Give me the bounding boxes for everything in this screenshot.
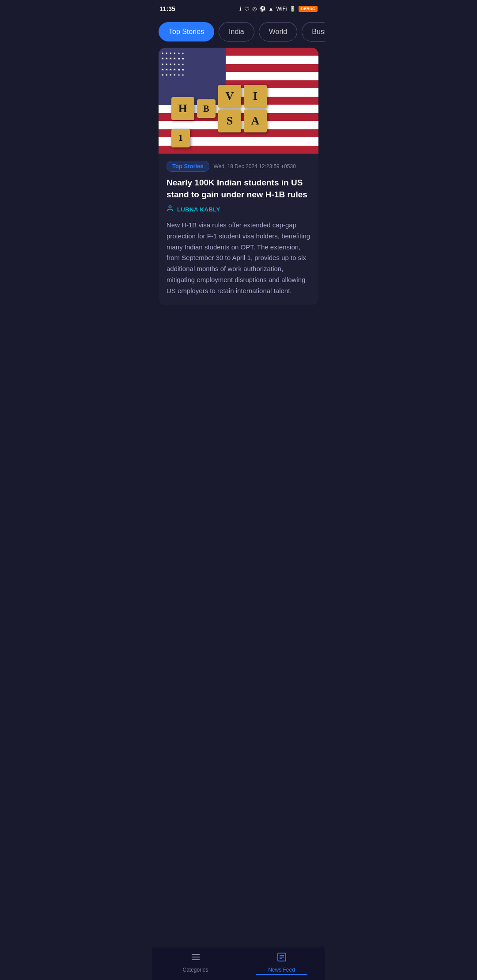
- bottom-nav: Categories News Feed: [152, 947, 325, 980]
- star: ★: [165, 68, 168, 72]
- star: ★: [161, 62, 164, 66]
- star: ★: [173, 73, 176, 77]
- star: ★: [169, 68, 172, 72]
- nav-categories-label: Categories: [182, 967, 208, 973]
- star: ★: [161, 57, 164, 61]
- star: ★: [173, 51, 176, 56]
- tabs-container: Top Stories India World Business: [152, 16, 325, 46]
- news-feed-icon: [276, 952, 287, 965]
- info-icon: ℹ: [239, 6, 242, 12]
- star: ★: [169, 62, 172, 66]
- soccer-icon: ⚽: [259, 6, 266, 12]
- tab-world[interactable]: World: [259, 22, 298, 41]
- star: ★: [173, 57, 176, 61]
- nav-news-feed[interactable]: News Feed: [238, 947, 325, 975]
- battery-icon: 🔋: [289, 6, 296, 12]
- tab-top-stories[interactable]: Top Stories: [159, 22, 214, 41]
- article-date: Wed, 18 Dec 2024 12:23:59 +0530: [214, 163, 296, 170]
- article-content: Top Stories Wed, 18 Dec 2024 12:23:59 +0…: [159, 154, 318, 305]
- categories-icon: [190, 952, 201, 965]
- star: ★: [181, 68, 184, 72]
- flag-background: ★ ★ ★ ★ ★ ★ ★ ★ ★ ★ ★ ★ ★ ★ ★: [159, 48, 318, 154]
- star: ★: [173, 68, 176, 72]
- signal-icon: ▲: [269, 6, 274, 12]
- category-badge[interactable]: Top Stories: [167, 161, 209, 172]
- star: ★: [177, 62, 180, 66]
- shield-icon: 🛡: [244, 6, 250, 12]
- visa-number-row: 1: [171, 129, 190, 147]
- star: ★: [161, 68, 164, 72]
- tab-business[interactable]: Business: [302, 22, 325, 41]
- article-card[interactable]: ★ ★ ★ ★ ★ ★ ★ ★ ★ ★ ★ ★ ★ ★ ★: [159, 48, 318, 305]
- star: ★: [181, 57, 184, 61]
- star: ★: [165, 57, 168, 61]
- visa-block-h: H: [171, 97, 194, 120]
- star: ★: [181, 73, 184, 77]
- location-icon: ◎: [252, 6, 257, 12]
- nav-news-feed-label: News Feed: [268, 967, 295, 973]
- star: ★: [169, 73, 172, 77]
- tab-india[interactable]: India: [219, 22, 254, 41]
- wifi-icon: WiFi: [276, 6, 287, 12]
- star: ★: [177, 51, 180, 56]
- article-meta: Top Stories Wed, 18 Dec 2024 12:23:59 +0…: [167, 161, 310, 172]
- visa-block-v: V: [218, 85, 241, 108]
- visa-block-a: A: [244, 109, 267, 132]
- star: ★: [161, 73, 164, 77]
- star: ★: [177, 57, 180, 61]
- status-icons: ℹ 🛡 ◎ ⚽ ▲ WiFi 🔋 DEBUG: [239, 6, 318, 12]
- star: ★: [169, 57, 172, 61]
- visa-block-b: B: [197, 99, 216, 118]
- star: ★: [173, 62, 176, 66]
- author-icon: [167, 205, 174, 214]
- svg-point-0: [169, 206, 171, 208]
- star: ★: [177, 73, 180, 77]
- star: ★: [181, 62, 184, 66]
- visa-block-1: 1: [171, 129, 190, 147]
- star: ★: [165, 51, 168, 56]
- article-title: Nearly 100K Indian students in US stand …: [167, 177, 310, 200]
- star: ★: [165, 62, 168, 66]
- flag-stars: ★ ★ ★ ★ ★ ★ ★ ★ ★ ★ ★ ★ ★ ★ ★: [159, 49, 186, 79]
- author-row: LUBNA KABLY: [167, 205, 310, 214]
- status-bar: 11:35 ℹ 🛡 ◎ ⚽ ▲ WiFi 🔋 DEBUG: [152, 0, 325, 16]
- article-hero-image: ★ ★ ★ ★ ★ ★ ★ ★ ★ ★ ★ ★ ★ ★ ★: [159, 48, 318, 154]
- visa-block-s: S: [218, 109, 241, 132]
- visa-block-i: I: [244, 85, 267, 108]
- star: ★: [161, 51, 164, 56]
- nav-categories[interactable]: Categories: [152, 947, 238, 975]
- debug-badge: DEBUG: [299, 6, 318, 12]
- star: ★: [181, 51, 184, 56]
- visa-blocks-container: H B V I S A: [171, 85, 267, 132]
- star: ★: [165, 73, 168, 77]
- visa-word-visa: V I S A: [218, 85, 267, 132]
- star: ★: [177, 68, 180, 72]
- article-summary: New H-1B visa rules offer extended cap-g…: [167, 220, 310, 296]
- status-time: 11:35: [159, 5, 175, 12]
- star: ★: [169, 51, 172, 56]
- author-name: LUBNA KABLY: [177, 206, 220, 213]
